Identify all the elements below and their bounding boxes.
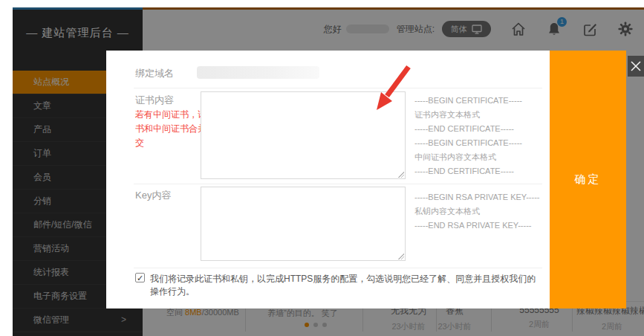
key-content-textarea[interactable]: [201, 187, 406, 261]
hint-line: -----END CERTIFICATE-----: [414, 164, 522, 178]
cert-content-textarea[interactable]: [201, 91, 406, 179]
hint-line: 证书内容文本格式: [414, 108, 522, 122]
divider: [134, 268, 542, 268]
agreement-text: 我们将记录此证书和私钥，以完成HTTPS服务的配置，勾选说明您已经了解、同意并且…: [150, 273, 540, 298]
redacted-domain-value: [197, 66, 319, 79]
hint-line: -----BEGIN CERTIFICATE-----: [414, 136, 522, 150]
agreement-row: ✓ 我们将记录此证书和私钥，以完成HTTPS服务的配置，勾选说明您已经了解、同意…: [135, 273, 540, 298]
divider: [134, 184, 542, 184]
hint-line: 中间证书内容文本格式: [414, 150, 522, 164]
ssl-certificate-modal: 绑定域名 证书内容 若有中间证书，请证书和中间证书合并提交 -----BEGIN…: [106, 51, 626, 308]
hint-line: -----BEGIN CERTIFICATE-----: [414, 94, 522, 108]
agreement-checkbox[interactable]: ✓: [135, 273, 145, 282]
hint-line: 私钥内容文本格式: [414, 204, 539, 219]
bind-domain-label: 绑定域名: [135, 67, 174, 80]
hint-line: -----END RSA PRIVATE KEY-----: [414, 219, 539, 233]
confirm-button[interactable]: 确定: [550, 51, 626, 308]
key-format-hints: -----BEGIN RSA PRIVATE KEY----- 私钥内容文本格式…: [414, 190, 539, 233]
hint-line: -----BEGIN RSA PRIVATE KEY-----: [414, 190, 539, 204]
key-content-label: Key内容: [135, 189, 171, 202]
screen: — 建站管理后台 — 站点概况 文章 产品 订单 会员 分销 邮件/短信/微信 …: [0, 0, 644, 336]
close-modal-button[interactable]: [628, 56, 644, 77]
close-icon: [631, 61, 641, 71]
hint-line: -----END CERTIFICATE-----: [414, 122, 522, 136]
divider: [134, 88, 542, 88]
cert-content-label: 证书内容: [135, 94, 174, 107]
cert-format-hints: -----BEGIN CERTIFICATE----- 证书内容文本格式 ---…: [414, 94, 522, 178]
